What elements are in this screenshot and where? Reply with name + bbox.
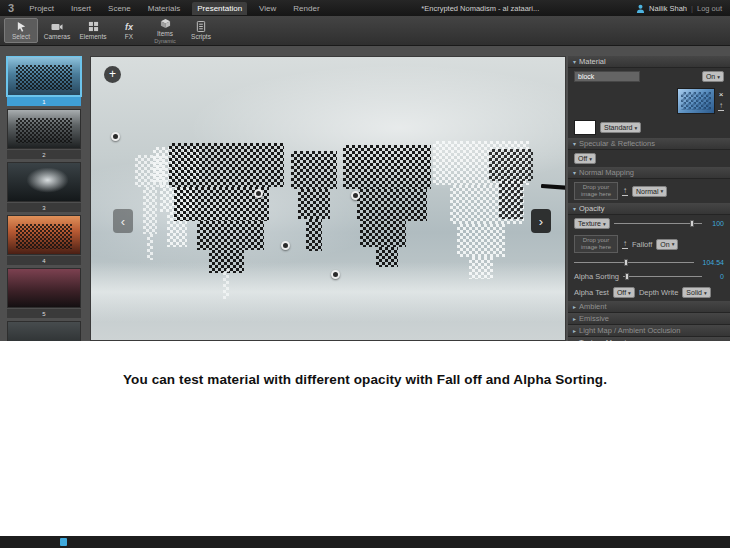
slide-number: 2 <box>7 150 81 159</box>
slide-number: 1 <box>7 97 81 106</box>
elements-grid-icon <box>88 21 99 32</box>
chevron-right-icon: ▸ <box>573 339 576 341</box>
alpha-sorting-slider[interactable] <box>623 273 702 280</box>
section-emissive-header[interactable]: ▸ Emissive <box>568 313 730 325</box>
tool-elements[interactable]: Elements <box>76 18 110 43</box>
tool-fx[interactable]: fx FX <box>112 18 146 43</box>
depth-write-dropdown[interactable]: Solid▾ <box>682 287 710 298</box>
slide-item-4[interactable]: 4 <box>7 215 81 265</box>
chevron-down-icon: ▾ <box>589 156 592 162</box>
chevron-right-icon: ▸ <box>573 303 576 310</box>
slide-item-6[interactable]: 6 <box>7 321 81 341</box>
voxel-streak-white <box>211 269 241 299</box>
viewport-3d[interactable]: + ‹ › <box>90 56 566 341</box>
slide-number: 5 <box>7 309 81 318</box>
voxel-cloud-dark <box>169 143 284 273</box>
zoom-add-button[interactable]: + <box>104 66 121 83</box>
slide-thumbnail[interactable] <box>7 162 81 202</box>
slide-item-3[interactable]: 3 <box>7 162 81 212</box>
section-normal-mapping-header[interactable]: ▾ Normal Mapping <box>568 167 730 179</box>
specular-dropdown[interactable]: Off▾ <box>574 153 596 164</box>
tool-items[interactable]: Items Dynamic <box>148 18 182 43</box>
section-material-header[interactable]: ▾ Material <box>568 56 730 68</box>
chevron-down-icon: ▾ <box>634 125 637 131</box>
tool-select[interactable]: Select <box>4 18 38 43</box>
slide-item-2[interactable]: 2 <box>7 109 81 159</box>
falloff-dropdown[interactable]: On▾ <box>656 239 678 250</box>
chevron-down-icon: ▾ <box>672 241 675 247</box>
chevron-down-icon: ▾ <box>628 290 631 296</box>
upload-icon[interactable]: ↑ <box>622 187 628 196</box>
scene-pin[interactable] <box>331 270 340 279</box>
script-icon <box>196 21 206 32</box>
normal-mode-dropdown[interactable]: Normal▾ <box>632 186 667 197</box>
prev-slide-arrow[interactable]: ‹ <box>113 209 133 233</box>
slide-number: 3 <box>7 203 81 212</box>
section-lightmap-header[interactable]: ▸ Light Map / Ambient Occlusion <box>568 325 730 337</box>
slide-item-1[interactable]: 1 <box>7 56 81 106</box>
material-preview-thumbnail[interactable] <box>677 88 715 114</box>
chevron-down-icon: ▾ <box>661 188 664 194</box>
menu-materials[interactable]: Materials <box>143 2 185 15</box>
alpha-test-dropdown[interactable]: Off▾ <box>613 287 635 298</box>
slide-thumbnail[interactable] <box>7 56 81 96</box>
upload-icon[interactable]: ↑ <box>718 102 724 111</box>
chevron-down-icon: ▾ <box>603 221 606 227</box>
section-ambient-header[interactable]: ▸ Ambient <box>568 301 730 313</box>
tool-scripts[interactable]: Scripts <box>184 18 218 43</box>
remove-texture-icon[interactable]: × <box>719 91 724 99</box>
next-screenshot-strip <box>0 536 730 548</box>
opacity-mode-dropdown[interactable]: Texture▾ <box>574 218 610 229</box>
user-area: Nailik Shah | Log out <box>636 4 722 13</box>
scene-pin[interactable] <box>111 132 120 141</box>
section-texture-mapping-header[interactable]: ▸ Texture Mapping <box>568 337 730 341</box>
falloff-slider[interactable] <box>574 259 694 266</box>
tool-cameras[interactable]: Cameras <box>40 18 74 43</box>
menu-bar: 3 Project Insert Scene Materials Present… <box>0 0 730 16</box>
slide-number: 4 <box>7 256 81 265</box>
chevron-down-icon: ▾ <box>573 205 576 212</box>
opacity-slider[interactable] <box>614 220 702 227</box>
next-slide-arrow[interactable]: › <box>531 209 551 233</box>
user-name[interactable]: Nailik Shah <box>649 4 687 13</box>
select-cursor-icon <box>16 21 27 32</box>
user-icon <box>636 4 645 13</box>
slide-thumbnail[interactable] <box>7 109 81 149</box>
slide-thumbnail[interactable] <box>7 215 81 255</box>
scene-pin[interactable] <box>281 241 290 250</box>
logout-link[interactable]: Log out <box>697 4 722 13</box>
material-color-swatch[interactable] <box>574 120 596 135</box>
scene-pin[interactable] <box>254 189 263 198</box>
cube-icon <box>160 18 171 29</box>
menu-scene[interactable]: Scene <box>103 2 136 15</box>
material-panel: ▾ Material block On▾ × ↑ St <box>568 56 730 341</box>
depth-write-label: Depth Write <box>639 288 678 297</box>
material-enabled-dropdown[interactable]: On▾ <box>702 71 724 82</box>
fx-icon: fx <box>125 21 133 32</box>
slide-item-5[interactable]: 5 <box>7 268 81 318</box>
normal-map-drop-zone[interactable]: Drop your image here <box>574 182 618 200</box>
menu-view[interactable]: View <box>254 2 281 15</box>
section-specular-header[interactable]: ▾ Specular & Reflections <box>568 138 730 150</box>
falloff-label: Falloff <box>632 240 652 249</box>
falloff-value: 104.54 <box>698 259 724 266</box>
menu-render[interactable]: Render <box>288 2 324 15</box>
menu-presentation[interactable]: Presentation <box>192 2 247 15</box>
menu-insert[interactable]: Insert <box>66 2 96 15</box>
slide-thumbnail[interactable] <box>7 268 81 308</box>
menu-project[interactable]: Project <box>24 2 59 15</box>
slide-thumbnail[interactable] <box>7 321 81 341</box>
toolbar: Select Cameras Elements fx FX <box>0 16 730 46</box>
shader-dropdown[interactable]: Standard▾ <box>600 122 641 133</box>
chevron-right-icon: ▸ <box>573 327 576 334</box>
chevron-right-icon: ▸ <box>573 315 576 322</box>
document-title: *Encrypted Nomadism - al zataari... <box>332 4 630 13</box>
material-name-field[interactable]: block <box>574 71 640 82</box>
section-opacity-header[interactable]: ▾ Opacity <box>568 203 730 215</box>
user-icon <box>60 538 67 546</box>
tool-group-label: Dynamic <box>154 38 175 44</box>
voxel-cloud-dark <box>291 151 337 251</box>
opacity-texture-drop-zone[interactable]: Drop your image here <box>574 235 618 253</box>
upload-icon[interactable]: ↑ <box>622 240 628 249</box>
scene-pin[interactable] <box>351 191 360 200</box>
